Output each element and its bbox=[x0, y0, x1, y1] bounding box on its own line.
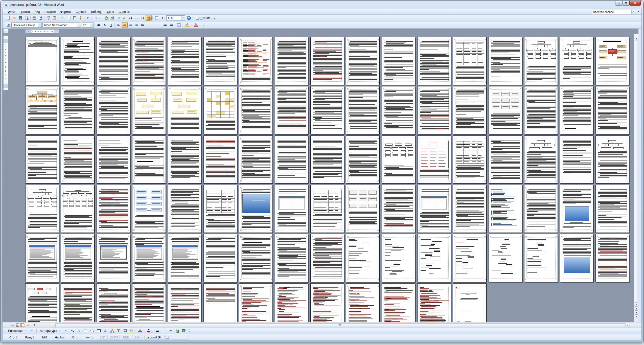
page-thumbnail-55[interactable] bbox=[132, 185, 166, 233]
page-thumbnail-11[interactable] bbox=[382, 37, 415, 85]
page-thumbnail-25[interactable] bbox=[275, 86, 308, 134]
spelling-button[interactable] bbox=[45, 15, 51, 21]
chevron-down-icon[interactable]: ▾ bbox=[133, 330, 136, 332]
chevron-down-icon[interactable]: ▾ bbox=[98, 17, 101, 19]
page-thumbnail-9[interactable] bbox=[310, 37, 344, 85]
research-button[interactable] bbox=[51, 15, 57, 21]
open-folder-button[interactable] bbox=[11, 15, 17, 21]
next-page-button[interactable]: ▼ bbox=[635, 314, 638, 318]
bulleted-list-button[interactable] bbox=[156, 22, 162, 28]
columns-button[interactable] bbox=[133, 15, 140, 21]
page-thumbnail-42[interactable] bbox=[275, 135, 308, 183]
chevron-down-icon[interactable]: ▾ bbox=[181, 16, 185, 20]
page-thumbnail-49[interactable] bbox=[524, 135, 558, 183]
zoom-combo[interactable]: 17%▾ bbox=[166, 15, 185, 20]
decrease-indent-button[interactable] bbox=[162, 22, 168, 28]
increase-indent-button[interactable] bbox=[168, 22, 174, 28]
status-language[interactable]: русский (Ро bbox=[144, 335, 165, 340]
status-toggle-ИСПР[interactable]: ИСПР bbox=[109, 335, 120, 340]
show-paragraph-marks-button[interactable] bbox=[159, 15, 166, 21]
line-button[interactable] bbox=[70, 328, 76, 334]
page-thumbnail-35[interactable] bbox=[25, 135, 59, 183]
chevron-down-icon[interactable]: ▾ bbox=[90, 17, 93, 19]
page-thumbnail-20[interactable] bbox=[97, 86, 130, 134]
toolbar-grip[interactable] bbox=[3, 10, 5, 14]
page-thumbnail-17[interactable] bbox=[595, 37, 629, 85]
undo-button[interactable]: ▾ bbox=[85, 15, 93, 21]
menu-окно[interactable]: Окно bbox=[105, 9, 116, 14]
page-thumbnail-4[interactable] bbox=[132, 37, 166, 85]
page-thumbnail-54[interactable] bbox=[97, 185, 130, 233]
chevron-down-icon[interactable]: ▾ bbox=[198, 24, 200, 26]
first-line-indent-marker[interactable] bbox=[30, 30, 32, 31]
line-style-button[interactable] bbox=[154, 328, 160, 334]
page-thumbnail-6[interactable] bbox=[203, 37, 237, 85]
page-thumbnail-39[interactable] bbox=[168, 135, 201, 183]
menu-вид[interactable]: Вид bbox=[32, 9, 42, 14]
title-bar[interactable]: дипломная работа, 02 - Microsoft Word ✕ bbox=[1, 1, 643, 9]
help-button[interactable] bbox=[186, 15, 192, 21]
highlight-button[interactable]: ▾ bbox=[184, 22, 193, 28]
menu-вставка[interactable]: Вставка bbox=[42, 9, 58, 14]
horizontal-scrollbar[interactable] bbox=[55, 323, 625, 327]
page-thumbnail-41[interactable] bbox=[239, 135, 273, 183]
page-thumbnail-27[interactable] bbox=[346, 86, 380, 134]
toolbar-grip[interactable] bbox=[4, 328, 5, 333]
page-thumbnail-86[interactable] bbox=[25, 283, 59, 322]
page-thumbnail-80[interactable] bbox=[417, 234, 451, 282]
horizontal-scroll-thumb[interactable] bbox=[56, 323, 625, 327]
page-thumbnail-3[interactable] bbox=[97, 37, 130, 85]
page-thumbnail-52[interactable] bbox=[25, 185, 59, 233]
new-document-button[interactable] bbox=[5, 15, 11, 21]
page-thumbnail-63[interactable] bbox=[417, 185, 451, 233]
page-thumbnail-21[interactable] bbox=[132, 86, 166, 134]
page-thumbnail-50[interactable] bbox=[560, 135, 593, 183]
right-indent-marker[interactable] bbox=[57, 32, 59, 33]
page-thumbnail-91[interactable] bbox=[203, 283, 237, 322]
page-thumbnail-14[interactable] bbox=[489, 37, 522, 85]
insert-excel-table-button[interactable] bbox=[121, 15, 127, 21]
toolbar-grip[interactable] bbox=[3, 15, 5, 21]
menu-сервис[interactable]: Сервис bbox=[73, 9, 88, 14]
style-combo[interactable]: Обычный + По це ▾ bbox=[11, 22, 42, 28]
page-thumbnail-87[interactable] bbox=[61, 283, 95, 322]
page-thumbnail-62[interactable] bbox=[382, 185, 415, 233]
page-thumbnail-96[interactable] bbox=[382, 283, 415, 322]
toolbar-options-chevron[interactable] bbox=[188, 328, 191, 333]
page-thumbnail-73[interactable] bbox=[168, 234, 201, 282]
format-painter-button[interactable] bbox=[77, 15, 83, 21]
read-mode-button[interactable]: Чтение bbox=[194, 15, 212, 21]
chevron-down-icon[interactable]: ▾ bbox=[151, 330, 153, 332]
question-box-input[interactable]: Введите вопрос ▾ bbox=[592, 10, 635, 14]
chevron-down-icon[interactable]: ▾ bbox=[631, 10, 635, 14]
numbered-list-button[interactable] bbox=[150, 22, 156, 28]
page-thumbnail-23[interactable] bbox=[203, 86, 237, 134]
split-handle[interactable] bbox=[634, 34, 638, 36]
page-thumbnail-85[interactable] bbox=[595, 234, 629, 282]
align-justify-button[interactable] bbox=[134, 22, 140, 28]
page-thumbnail-44[interactable] bbox=[346, 135, 380, 183]
select-objects-button[interactable] bbox=[29, 328, 35, 334]
page-thumbnail-29[interactable] bbox=[417, 86, 451, 134]
page-thumbnail-57[interactable] bbox=[203, 185, 237, 233]
page-thumbnail-12[interactable] bbox=[417, 37, 451, 85]
scroll-down-button[interactable]: ▼ bbox=[635, 302, 638, 306]
underline-button[interactable]: Ч bbox=[108, 22, 114, 28]
chevron-down-icon[interactable]: ▾ bbox=[142, 330, 145, 332]
menu-правка[interactable]: Правка bbox=[17, 9, 32, 14]
page-thumbnail-32[interactable] bbox=[524, 86, 558, 134]
tab-selector[interactable]: ∟ bbox=[3, 29, 9, 34]
page-thumbnail-40[interactable] bbox=[203, 135, 237, 183]
page-thumbnail-81[interactable] bbox=[453, 234, 487, 282]
page-thumbnail-65[interactable] bbox=[489, 185, 522, 233]
tables-and-borders-button[interactable] bbox=[109, 15, 115, 21]
page-thumbnail-30[interactable] bbox=[453, 86, 487, 134]
page-thumbnail-47[interactable] bbox=[453, 135, 487, 183]
page-thumbnail-26[interactable] bbox=[310, 86, 344, 134]
styles-and-formatting-button[interactable] bbox=[5, 22, 11, 28]
text-box-button[interactable] bbox=[96, 328, 102, 334]
page-thumbnail-13[interactable] bbox=[453, 37, 487, 85]
page-thumbnail-98[interactable] bbox=[453, 283, 487, 322]
page-thumbnail-15[interactable] bbox=[524, 37, 558, 85]
outline-view-button[interactable] bbox=[25, 323, 30, 327]
